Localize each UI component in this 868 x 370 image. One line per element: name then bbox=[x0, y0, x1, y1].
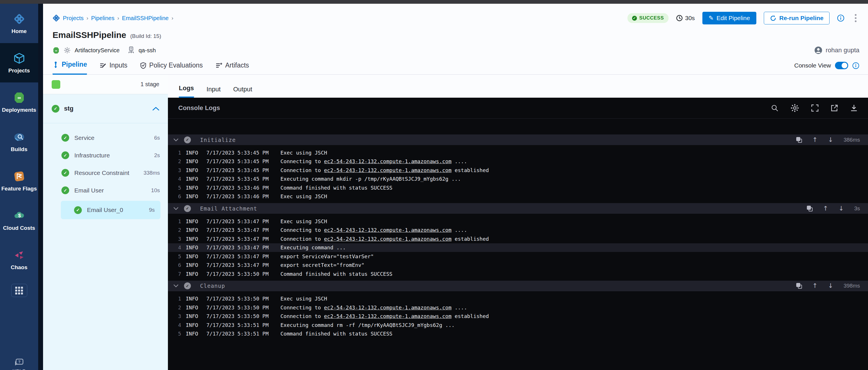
step-name: Service bbox=[74, 135, 94, 141]
help-button[interactable]: ? HELP bbox=[0, 359, 38, 370]
stage-count-row: 1 stage bbox=[43, 75, 168, 94]
sidebar-item-cloud-costs[interactable]: $ Cloud Costs bbox=[0, 200, 38, 240]
log-line-number: 5 bbox=[174, 331, 181, 337]
step-name: Email User_0 bbox=[87, 206, 123, 214]
step-duration: 6s bbox=[154, 135, 160, 141]
log-link[interactable]: ec2-54-243-12-132.compute-1.amazonaws.co… bbox=[324, 227, 452, 233]
chevron-down-icon[interactable] bbox=[174, 284, 178, 287]
scroll-down-icon[interactable]: ↓ bbox=[838, 205, 844, 212]
scroll-up-icon[interactable]: ↑ bbox=[823, 205, 828, 212]
step-row-infrastructure[interactable]: ✓ Infrastructure 2s bbox=[43, 146, 168, 164]
log-link[interactable]: ec2-54-243-12-132.compute-1.amazonaws.co… bbox=[324, 236, 452, 242]
status-label: SUCCESS bbox=[639, 15, 664, 21]
log-line: 3INFO7/17/2023 5:33:50 PMConnection to e… bbox=[168, 312, 868, 321]
log-line-number: 1 bbox=[174, 218, 181, 224]
tab-input[interactable]: Input bbox=[207, 86, 221, 98]
chevron-down-icon[interactable] bbox=[174, 139, 178, 141]
fullscreen-icon[interactable] bbox=[811, 104, 818, 112]
log-line: 2INFO7/17/2023 5:33:50 PMConnecting to e… bbox=[168, 303, 868, 312]
log-message: Exec using JSCH bbox=[280, 218, 327, 224]
service-name[interactable]: ArtifactoryService bbox=[74, 47, 120, 54]
sidebar-item-deployments[interactable]: ∞ Deployments bbox=[0, 82, 38, 122]
log-line-number: 2 bbox=[174, 158, 181, 164]
sidebar-item-label: Cloud Costs bbox=[3, 225, 35, 231]
log-section-header[interactable]: ✓Initialize↑↓386ms bbox=[168, 135, 868, 145]
log-timestamp: 7/17/2023 5:33:50 PM bbox=[206, 295, 271, 302]
step-row-email-user[interactable]: ✓ Email User 10s bbox=[43, 181, 168, 199]
scroll-up-icon[interactable]: ↑ bbox=[812, 283, 817, 289]
log-link[interactable]: ec2-54-243-12-132.compute-1.amazonaws.co… bbox=[324, 305, 452, 311]
sidebar-item-projects[interactable]: Projects bbox=[0, 43, 38, 82]
sidebar-item-label: Deployments bbox=[2, 107, 36, 113]
rerun-pipeline-button[interactable]: Re-run Pipeline bbox=[764, 12, 830, 24]
copy-logs-icon[interactable] bbox=[796, 137, 802, 143]
breadcrumb-separator: › bbox=[172, 15, 173, 21]
log-settings-gear-icon[interactable] bbox=[790, 104, 799, 112]
log-timestamp: 7/17/2023 5:33:51 PM bbox=[206, 322, 271, 328]
tab-logs[interactable]: Logs bbox=[179, 84, 194, 98]
pencil-icon: ✎ bbox=[709, 15, 714, 22]
log-scroll[interactable]: ✓Initialize↑↓386ms1INFO7/17/2023 5:33:45… bbox=[168, 119, 868, 370]
stage-name: stg bbox=[64, 105, 73, 112]
log-section-header[interactable]: ✓Cleanup↑↓398ms bbox=[168, 281, 868, 291]
tab-inputs[interactable]: Inputs bbox=[100, 61, 127, 75]
stage-row-stg[interactable]: ✓ stg bbox=[43, 94, 168, 123]
tab-policy-evaluations[interactable]: Policy Evaluations bbox=[140, 61, 203, 75]
tab-label: Pipeline bbox=[62, 61, 87, 68]
infrastructure-name[interactable]: qa-ssh bbox=[138, 47, 156, 54]
breadcrumb-separator: › bbox=[117, 15, 119, 21]
log-level: INFO bbox=[186, 176, 200, 182]
more-options-menu[interactable] bbox=[852, 13, 859, 23]
scroll-down-icon[interactable]: ↓ bbox=[828, 137, 833, 143]
sidebar-item-home[interactable]: Home bbox=[0, 4, 38, 43]
step-duration: 10s bbox=[151, 187, 160, 194]
log-timestamp: 7/17/2023 5:33:50 PM bbox=[206, 271, 271, 277]
log-line-number: 7 bbox=[174, 271, 181, 277]
breadcrumb-projects[interactable]: Projects bbox=[63, 15, 84, 22]
log-message: Command finished with status SUCCESS bbox=[280, 331, 392, 337]
console-view-toggle[interactable] bbox=[835, 62, 848, 69]
step-row-email-user-0[interactable]: ✓ Email User_0 9s bbox=[61, 201, 160, 219]
log-section-name: Email Attachment bbox=[200, 205, 257, 212]
user-avatar-icon bbox=[814, 46, 823, 54]
edit-pipeline-button[interactable]: ✎ Edit Pipeline bbox=[702, 12, 756, 24]
chevron-down-icon[interactable] bbox=[174, 207, 178, 210]
sidebar-item-feature-flags[interactable]: Feature Flags bbox=[0, 161, 38, 200]
console-view-info-icon[interactable] bbox=[852, 62, 859, 69]
copy-logs-icon[interactable] bbox=[807, 206, 813, 211]
apps-grid-icon bbox=[15, 287, 23, 294]
chevron-up-icon[interactable] bbox=[152, 107, 159, 111]
log-message: Connecting to ec2-54-243-12-132.compute-… bbox=[280, 227, 467, 233]
log-level: INFO bbox=[186, 305, 200, 311]
download-logs-icon[interactable] bbox=[850, 104, 858, 112]
breadcrumb-pipelines[interactable]: Pipelines bbox=[91, 15, 115, 22]
log-level: INFO bbox=[186, 322, 200, 328]
log-link[interactable]: ec2-54-243-12-132.compute-1.amazonaws.co… bbox=[324, 313, 452, 319]
log-link[interactable]: ec2-54-243-12-132.compute-1.amazonaws.co… bbox=[324, 158, 452, 164]
log-search-icon[interactable] bbox=[771, 104, 778, 112]
tab-artifacts[interactable]: Artifacts bbox=[216, 61, 249, 75]
log-line-number: 5 bbox=[174, 253, 181, 259]
breadcrumb-pipeline-name[interactable]: EmailSSHPipeline bbox=[122, 15, 168, 22]
pipeline-tabs: Pipeline Inputs Policy Evaluations Artif… bbox=[53, 61, 249, 75]
log-line-number: 1 bbox=[174, 150, 181, 156]
page-title: EmailSSHPipeline bbox=[53, 30, 126, 40]
log-section-header[interactable]: ✓Email Attachment↑↓3s bbox=[168, 203, 868, 214]
step-row-service[interactable]: ✓ Service 6s bbox=[43, 129, 168, 146]
log-timestamp: 7/17/2023 5:33:47 PM bbox=[206, 218, 271, 224]
tab-pipeline[interactable]: Pipeline bbox=[53, 61, 87, 75]
copy-logs-icon[interactable] bbox=[796, 283, 802, 289]
open-in-new-icon[interactable] bbox=[831, 104, 838, 112]
log-level: INFO bbox=[186, 218, 200, 224]
log-level: INFO bbox=[186, 253, 200, 259]
log-link[interactable]: ec2-54-243-12-132.compute-1.amazonaws.co… bbox=[324, 167, 452, 173]
sidebar-item-builds[interactable]: Builds bbox=[0, 122, 38, 161]
info-icon[interactable] bbox=[837, 15, 844, 22]
scroll-down-icon[interactable]: ↓ bbox=[828, 283, 833, 289]
sidebar-item-chaos[interactable]: Chaos bbox=[0, 240, 38, 279]
scroll-up-icon[interactable]: ↑ bbox=[812, 137, 817, 143]
log-message: Connection to ec2-54-243-12-132.compute-… bbox=[280, 236, 489, 242]
module-grid-button[interactable] bbox=[11, 284, 27, 297]
tab-output[interactable]: Output bbox=[234, 86, 252, 98]
step-row-resource-constraint[interactable]: ✓ Resource Constraint 338ms bbox=[43, 164, 168, 181]
